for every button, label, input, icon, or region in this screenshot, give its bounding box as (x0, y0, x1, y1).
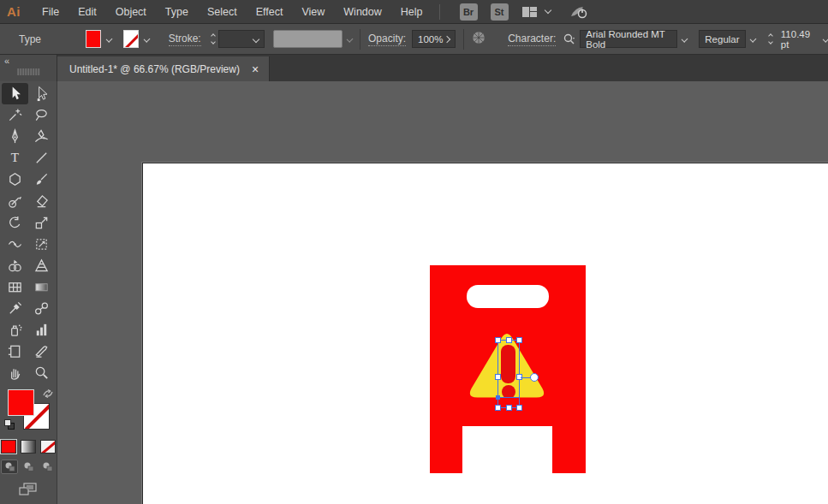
magic-wand-tool[interactable] (2, 104, 28, 126)
draw-behind-button[interactable] (20, 460, 37, 474)
rotate-widget-handle[interactable] (530, 373, 539, 382)
anchor-point[interactable] (496, 395, 500, 400)
font-style-chevron-icon[interactable] (749, 36, 756, 43)
selection-bounding-box[interactable] (497, 340, 520, 408)
default-fill-stroke-icon[interactable] (4, 419, 15, 430)
document-tab[interactable]: Untitled-1* @ 66.67% (RGB/Preview) × (57, 56, 270, 81)
wet-floor-sign-artwork[interactable] (430, 265, 586, 473)
menu-window[interactable]: Window (334, 6, 390, 18)
stroke-dropdown-chevron-icon[interactable] (144, 36, 151, 43)
menu-effect[interactable]: Effect (247, 6, 293, 18)
workspace-switcher-icon[interactable] (522, 7, 537, 17)
opacity-chevron-icon[interactable] (444, 35, 450, 42)
chevron-down-icon[interactable] (544, 7, 551, 14)
menu-help[interactable]: Help (391, 6, 432, 18)
menu-select[interactable]: Select (198, 6, 247, 18)
recolor-artwork-icon[interactable] (472, 31, 485, 47)
shape-builder-tool[interactable] (2, 255, 28, 276)
app-button-st[interactable]: St (491, 3, 509, 21)
lasso-tool[interactable] (28, 104, 55, 126)
svg-text:T: T (11, 151, 20, 165)
font-search-icon[interactable] (563, 33, 576, 46)
menu-object[interactable]: Object (106, 6, 156, 18)
font-family-chevron-icon[interactable] (682, 36, 688, 43)
menu-edit[interactable]: Edit (69, 6, 106, 18)
toolbar-dock-header: « (0, 55, 57, 81)
slice-tool[interactable] (28, 341, 55, 362)
app-button-br[interactable]: Br (460, 3, 478, 21)
opacity-input[interactable]: 100% (412, 30, 456, 48)
panel-grip[interactable] (17, 68, 39, 75)
pen-tool[interactable] (2, 126, 28, 147)
drawing-mode-buttons (1, 460, 56, 474)
selection-tool[interactable] (2, 83, 28, 104)
scale-tool[interactable] (28, 212, 55, 234)
polygon-tool[interactable] (2, 169, 28, 190)
stroke-color-swatch[interactable] (123, 30, 139, 48)
line-segment-tool[interactable] (28, 147, 55, 169)
draw-normal-button[interactable] (1, 460, 18, 474)
draw-inside-button[interactable] (39, 460, 56, 474)
sign-handle-hole (467, 285, 549, 308)
gradient-tool[interactable] (28, 276, 55, 298)
divider (463, 29, 464, 50)
canvas[interactable] (57, 81, 828, 504)
opacity-label[interactable]: Opacity: (368, 33, 406, 46)
font-style-select[interactable]: Regular (699, 30, 745, 48)
free-transform-tool[interactable] (28, 234, 55, 255)
menu-type[interactable]: Type (156, 6, 198, 18)
stroke-weight-select[interactable] (218, 30, 265, 48)
paintbrush-tool[interactable] (28, 169, 55, 190)
fill-stroke-indicator (0, 387, 57, 435)
illustrator-logo: Ai (0, 4, 33, 19)
menu-file[interactable]: File (33, 6, 69, 18)
selection-handle[interactable] (495, 405, 501, 411)
direct-selection-tool[interactable] (28, 83, 55, 104)
font-size-input[interactable]: 110.49 pt (776, 30, 824, 48)
artboard-tool[interactable] (2, 341, 28, 362)
menu-view[interactable]: View (292, 6, 334, 18)
rotate-tool[interactable] (2, 212, 28, 234)
font-family-select[interactable]: Arial Rounded MT Bold (580, 30, 677, 48)
color-button[interactable] (1, 440, 16, 454)
sync-power-icon[interactable] (569, 4, 588, 20)
zoom-tool[interactable] (28, 362, 55, 383)
sign-leg-notch (462, 426, 552, 473)
stroke-weight-stepper[interactable] (208, 34, 218, 44)
hand-tool[interactable] (2, 362, 28, 383)
selection-handle[interactable] (506, 405, 512, 411)
collapse-panel-button[interactable]: « (4, 56, 9, 66)
width-profile-chevron-icon (347, 36, 354, 43)
type-tool[interactable]: T (2, 147, 28, 169)
tools-grid: T (2, 83, 55, 383)
column-graph-tool[interactable] (28, 319, 55, 341)
blend-tool[interactable] (28, 298, 55, 319)
curvature-tool[interactable] (28, 126, 55, 147)
eraser-tool[interactable] (28, 190, 55, 211)
font-size-stepper[interactable] (765, 34, 776, 44)
swap-fill-stroke-icon[interactable] (42, 388, 54, 400)
width-profile-select[interactable] (273, 30, 343, 48)
fill-indicator-swatch[interactable] (8, 389, 34, 416)
eyedropper-tool[interactable] (2, 298, 28, 319)
selection-handle[interactable] (495, 374, 501, 380)
selection-handle[interactable] (516, 405, 522, 411)
control-bar: Type Stroke: Opacity: 100% Character: (0, 24, 828, 55)
stroke-label[interactable]: Stroke: (169, 33, 201, 46)
selection-handle[interactable] (506, 337, 512, 343)
perspective-grid-tool[interactable] (28, 255, 55, 276)
shaper-tool[interactable] (2, 190, 28, 211)
symbol-sprayer-tool[interactable] (2, 319, 28, 341)
fill-dropdown-chevron-icon[interactable] (106, 36, 113, 43)
gradient-button[interactable] (21, 440, 36, 454)
character-label[interactable]: Character: (508, 33, 556, 46)
selection-handle[interactable] (495, 337, 501, 343)
mesh-tool[interactable] (2, 276, 28, 298)
screen-mode-button[interactable] (19, 483, 38, 499)
opacity-value: 100% (418, 34, 443, 44)
width-tool[interactable] (2, 234, 28, 255)
close-tab-icon[interactable]: × (252, 63, 259, 75)
selection-handle[interactable] (516, 337, 522, 343)
fill-color-swatch[interactable] (86, 30, 101, 48)
none-button[interactable] (40, 440, 56, 454)
